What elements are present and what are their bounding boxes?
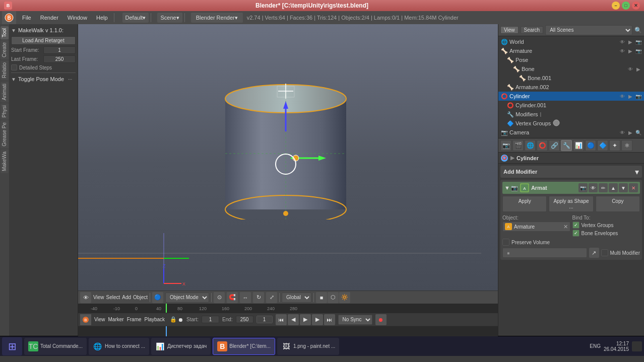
timeline-frame-menu[interactable]: Frame <box>127 317 142 322</box>
multi-modifier-arrow[interactable]: ↗ <box>589 248 599 258</box>
sidebar-tab-create[interactable]: Create <box>1 40 9 59</box>
scene-selector[interactable]: Scene ▾ <box>157 13 182 23</box>
timeline-end-input[interactable]: 250 <box>236 316 253 323</box>
tree-item-bone001[interactable]: 🦴 Bone.001 <box>498 74 644 83</box>
prop-btn-particles[interactable]: ✦ <box>609 140 620 151</box>
vbt-scale-icon[interactable]: ⤢ <box>266 292 277 303</box>
timeline-rec-button[interactable]: ⏺ <box>375 314 387 325</box>
menu-render[interactable]: Render <box>36 14 62 22</box>
vbt-select-menu[interactable]: Select <box>106 295 120 300</box>
modifier-add-plus[interactable]: ▾ <box>635 167 639 177</box>
mod-delete-btn[interactable]: ✕ <box>629 183 638 192</box>
taskbar-app-blender[interactable]: B Blender* [C:\tem... <box>213 338 275 355</box>
vertex-groups-checkbox[interactable] <box>572 222 579 229</box>
tree-item-pose[interactable]: 🦴 Pose <box>498 55 644 64</box>
eye-icon-4[interactable]: 👁 <box>619 93 626 100</box>
taskbar-app-taskmanager[interactable]: 📊 Диспетчер задач <box>151 338 211 355</box>
maximize-button[interactable]: □ <box>622 2 630 10</box>
vbt-pivot-icon[interactable]: ⊙ <box>214 292 225 303</box>
tree-item-vertexgroups[interactable]: 🔷 Vertex Groups <box>498 119 644 128</box>
sidebar-tab-relations[interactable]: Relatio <box>1 60 9 80</box>
taskbar-app-total-commander[interactable]: TC Total Commande... <box>24 338 87 355</box>
timeline-prev-keyframe[interactable]: ⏮ <box>276 314 287 325</box>
bone-envelopes-checkbox[interactable] <box>572 230 579 237</box>
mod-eye-btn[interactable]: 👁 <box>589 183 598 192</box>
apply-button[interactable]: Apply <box>502 196 547 212</box>
sidebar-tab-animation[interactable]: Animati <box>1 82 9 102</box>
arrow-icon-4[interactable]: ▶ <box>627 93 634 100</box>
vbt-snap-icon[interactable]: 🧲 <box>227 292 238 303</box>
modifier-name[interactable]: Armat <box>531 185 547 191</box>
rec-icon[interactable]: 📷 <box>635 38 642 45</box>
taskbar-app-chrome[interactable]: 🌐 How to connect ... <box>89 338 149 355</box>
vbt-solid-icon[interactable]: ■ <box>316 292 327 303</box>
prop-btn-physics[interactable]: ⚛ <box>621 140 632 151</box>
timeline-next-frame[interactable]: ▶ <box>312 314 323 325</box>
vbt-mode-dropdown[interactable]: Object Mode <box>165 293 209 303</box>
prop-btn-data[interactable]: 📊 <box>573 140 584 151</box>
minimize-button[interactable]: – <box>612 2 620 10</box>
outliner-search-btn[interactable]: Search <box>521 26 544 34</box>
camera-eye-icon[interactable]: 👁 <box>619 129 626 136</box>
prop-btn-constraints[interactable]: 🔗 <box>549 140 560 151</box>
menu-window[interactable]: Window <box>63 14 91 22</box>
tree-item-world[interactable]: 🌐 World 👁 ▶ 📷 <box>498 37 644 46</box>
sidebar-tab-makewalk[interactable]: MakeWa <box>1 150 9 173</box>
vbt-add-menu[interactable]: Add <box>122 295 131 300</box>
start-button[interactable]: ⊞ <box>2 337 22 355</box>
mod-up-btn[interactable]: ▲ <box>609 183 618 192</box>
last-frame-value[interactable]: 250 <box>43 55 76 63</box>
prop-btn-modifiers[interactable]: 🔧 <box>561 140 572 151</box>
menu-help[interactable]: Help <box>92 14 112 22</box>
timeline-next-keyframe[interactable]: ⏭ <box>324 314 335 325</box>
menu-file[interactable]: File <box>18 14 35 22</box>
prop-btn-texture[interactable]: 🔷 <box>597 140 608 151</box>
tree-item-bone[interactable]: 🦴 Bone 👁 ▶ <box>498 64 644 74</box>
vbt-render-icon[interactable]: 🔆 <box>339 292 350 303</box>
mod-camera-icon[interactable]: 📷 <box>511 185 518 191</box>
eye-icon-2[interactable]: 👁 <box>619 47 626 54</box>
detailed-steps-checkbox[interactable] <box>11 64 17 70</box>
rec-icon-4[interactable]: 📷 <box>635 93 642 100</box>
camera-arrow-icon[interactable]: ▶ <box>627 129 634 136</box>
vbt-object-menu[interactable]: Object <box>133 295 148 300</box>
layout-selector[interactable]: Default ▾ <box>122 13 149 23</box>
vbt-view-menu[interactable]: View <box>93 295 104 300</box>
mod-expand-icon[interactable]: ▼ <box>504 185 510 191</box>
tree-item-armature[interactable]: 🦴 Armature 👁 ▶ 📷 <box>498 46 644 55</box>
viewport[interactable]: Right Ortho ⊕ <box>78 24 498 304</box>
scrubber[interactable] <box>78 326 498 336</box>
engine-selector[interactable]: Blender Render ▾ <box>191 13 243 23</box>
multi-modifier-input[interactable]: ≡ <box>502 248 587 258</box>
mod-down-btn[interactable]: ▼ <box>619 183 628 192</box>
tree-item-armature002[interactable]: 🦴 Armature.002 <box>498 83 644 92</box>
close-button[interactable]: ✕ <box>632 2 640 10</box>
outliner-scenes-dropdown[interactable]: All Scenes <box>545 25 632 35</box>
tree-item-modifiers[interactable]: 🔧 Modifiers | <box>498 110 644 119</box>
copy-button[interactable]: Copy <box>596 196 640 212</box>
outliner-view-btn[interactable]: View <box>500 26 519 34</box>
sidebar-tab-grease[interactable]: Grease Pe <box>1 120 9 149</box>
arrow-icon-3[interactable]: ▶ <box>635 65 642 73</box>
start-frame-value[interactable]: 1 <box>43 46 76 54</box>
vbt-transform-dropdown[interactable]: Global <box>282 293 311 303</box>
mod-edit-btn[interactable]: ✏ <box>599 183 608 192</box>
timeline-prev-frame[interactable]: ◀ <box>288 314 299 325</box>
tree-item-cylinder001[interactable]: ⭕ Cylinder.001 <box>498 101 644 110</box>
rec-icon-2[interactable]: 📷 <box>635 47 642 54</box>
taskbar-app-paint[interactable]: 🖼 1.png - paint.net ... <box>277 338 339 355</box>
arrow-icon-2[interactable]: ▶ <box>627 47 634 54</box>
prop-btn-world[interactable]: 🌐 <box>525 140 536 151</box>
timeline-current-frame[interactable] <box>257 316 272 323</box>
vbt-view-icon[interactable]: 👁 <box>80 292 91 303</box>
timeline-playback-menu[interactable]: Playback <box>145 317 165 322</box>
camera-func-icon[interactable]: 🔍 <box>635 129 642 136</box>
vbt-rotate-icon[interactable]: ↻ <box>253 292 264 303</box>
timeline-sync-dropdown[interactable]: No Sync <box>338 315 372 325</box>
eye-icon-3[interactable]: 👁 <box>627 65 634 73</box>
object-input[interactable]: A Armature ✕ <box>502 222 570 232</box>
sidebar-tab-physics[interactable]: Physi <box>1 103 9 119</box>
object-clear-btn[interactable]: ✕ <box>563 224 568 230</box>
vbt-wire-icon[interactable]: ⬡ <box>328 292 339 303</box>
arrow-icon[interactable]: ▶ <box>627 38 634 45</box>
